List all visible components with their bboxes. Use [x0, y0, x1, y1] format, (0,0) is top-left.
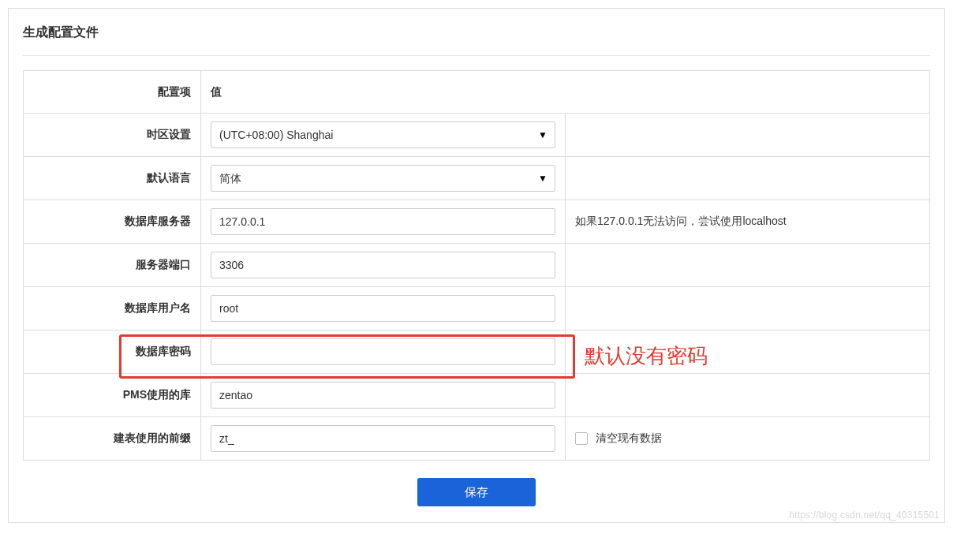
table-row: 数据库用户名: [24, 287, 930, 330]
table-row: 服务器端口: [24, 244, 930, 287]
clear-data-label: 清空现有数据: [596, 431, 662, 446]
hint-cell: [566, 287, 930, 330]
row-label-db-user: 数据库用户名: [24, 287, 201, 330]
hint-cell: [566, 374, 930, 417]
row-label-db-port: 服务器端口: [24, 244, 201, 287]
timezone-select[interactable]: (UTC+08:00) Shanghai: [211, 121, 555, 148]
save-button[interactable]: 保存: [417, 478, 536, 506]
watermark: https://blog.csdn.net/qq_40315501: [789, 510, 940, 521]
db-port-input[interactable]: [211, 252, 555, 278]
table-row: 数据库密码: [24, 330, 930, 374]
header-value: 值: [201, 71, 930, 114]
hint-cell: [566, 114, 930, 157]
row-label-db-host: 数据库服务器: [24, 200, 201, 244]
db-name-input[interactable]: [211, 382, 555, 409]
checkbox-icon: [575, 432, 588, 445]
row-label-language: 默认语言: [24, 157, 201, 200]
config-table: 配置项 值 时区设置 (UTC+08:00) Shanghai ▼ 默认: [23, 70, 930, 461]
table-header-row: 配置项 值: [24, 71, 930, 114]
db-host-hint: 如果127.0.0.1无法访问，尝试使用localhost: [566, 200, 930, 244]
table-row: PMS使用的库: [24, 374, 930, 417]
db-host-input[interactable]: [211, 208, 555, 235]
table-row: 时区设置 (UTC+08:00) Shanghai ▼: [24, 114, 930, 157]
language-select[interactable]: 简体: [211, 165, 555, 192]
clear-data-checkbox-wrap[interactable]: 清空现有数据: [575, 431, 920, 446]
table-row: 建表使用的前缀 清空现有数据: [24, 417, 930, 461]
row-label-timezone: 时区设置: [24, 114, 201, 157]
row-label-db-prefix: 建表使用的前缀: [24, 417, 201, 461]
table-row: 默认语言 简体 ▼: [24, 157, 930, 200]
table-row: 数据库服务器 如果127.0.0.1无法访问，尝试使用localhost: [24, 200, 930, 244]
hint-cell: [566, 244, 930, 287]
row-label-db-name: PMS使用的库: [24, 374, 201, 417]
hint-cell: [566, 157, 930, 200]
panel-title: 生成配置文件: [23, 24, 930, 56]
db-user-input[interactable]: [211, 295, 555, 322]
db-pass-input[interactable]: [211, 338, 555, 365]
hint-cell: [566, 330, 930, 374]
db-prefix-input[interactable]: [211, 425, 555, 452]
row-label-db-pass: 数据库密码: [24, 330, 201, 374]
save-row: 保存: [23, 461, 930, 506]
config-panel: 生成配置文件 配置项 值 时区设置 (UTC+08:00) Shanghai ▼: [8, 8, 945, 523]
header-label: 配置项: [24, 71, 201, 114]
